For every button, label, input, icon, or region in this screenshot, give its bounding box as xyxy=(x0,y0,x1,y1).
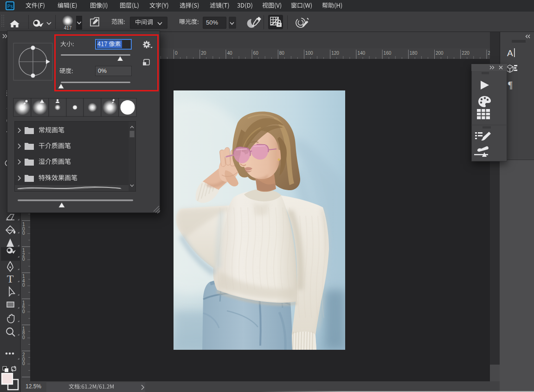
svg-text:¶: ¶ xyxy=(508,79,513,90)
svg-text:0: 0 xyxy=(22,283,25,288)
svg-text:0: 0 xyxy=(22,257,25,262)
svg-text:A: A xyxy=(507,48,513,58)
svg-text:0: 0 xyxy=(22,335,25,340)
svg-text:T: T xyxy=(7,273,14,285)
svg-text:0: 0 xyxy=(22,309,25,314)
svg-text:0: 0 xyxy=(22,231,25,236)
svg-text:0: 0 xyxy=(22,361,25,366)
